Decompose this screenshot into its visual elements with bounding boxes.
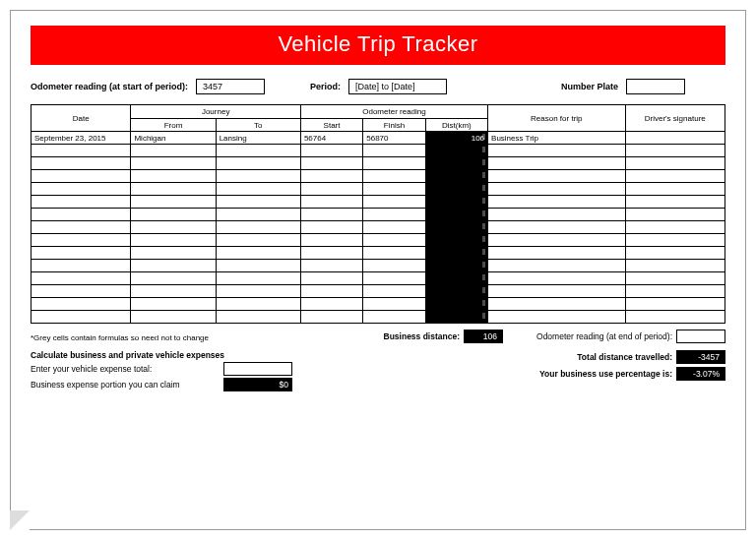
to-cell[interactable] (216, 145, 300, 157)
start-cell[interactable] (300, 260, 362, 272)
finish-cell[interactable] (363, 145, 425, 157)
to-cell[interactable] (216, 311, 300, 324)
signature-cell[interactable] (625, 311, 724, 324)
signature-cell[interactable] (625, 157, 724, 170)
to-cell[interactable] (216, 247, 300, 260)
from-cell[interactable] (131, 311, 216, 324)
from-cell[interactable] (131, 247, 216, 260)
date-cell[interactable] (32, 145, 131, 157)
signature-cell[interactable] (625, 285, 724, 298)
date-cell[interactable] (32, 157, 131, 170)
start-cell[interactable] (300, 183, 362, 196)
finish-cell[interactable]: 56870 (363, 132, 425, 145)
dist-cell[interactable] (425, 234, 487, 247)
start-cell[interactable] (300, 311, 362, 324)
to-cell[interactable] (216, 209, 300, 221)
reason-cell[interactable] (488, 196, 625, 209)
to-cell[interactable] (216, 234, 300, 247)
date-cell[interactable] (32, 298, 131, 311)
reason-cell[interactable] (488, 247, 625, 260)
reason-cell[interactable] (488, 145, 625, 157)
signature-cell[interactable] (625, 209, 724, 221)
signature-cell[interactable] (625, 272, 724, 285)
start-cell[interactable] (300, 285, 362, 298)
reason-cell[interactable] (488, 234, 625, 247)
from-cell[interactable] (131, 234, 216, 247)
finish-cell[interactable] (363, 272, 425, 285)
to-cell[interactable] (216, 196, 300, 209)
from-cell[interactable] (131, 157, 216, 170)
start-cell[interactable] (300, 247, 362, 260)
reason-cell[interactable] (488, 170, 625, 183)
reason-cell[interactable] (488, 260, 625, 272)
reason-cell[interactable]: Business Trip (488, 132, 625, 145)
to-cell[interactable] (216, 183, 300, 196)
reason-cell[interactable] (488, 157, 625, 170)
start-cell[interactable]: 56764 (300, 132, 362, 145)
reason-cell[interactable] (488, 298, 625, 311)
signature-cell[interactable] (625, 170, 724, 183)
dist-cell[interactable] (425, 247, 487, 260)
dist-cell[interactable] (425, 145, 487, 157)
signature-cell[interactable] (625, 145, 724, 157)
start-cell[interactable] (300, 196, 362, 209)
signature-cell[interactable] (625, 183, 724, 196)
to-cell[interactable] (216, 272, 300, 285)
finish-cell[interactable] (363, 234, 425, 247)
start-cell[interactable] (300, 221, 362, 234)
finish-cell[interactable] (363, 247, 425, 260)
date-cell[interactable] (32, 170, 131, 183)
date-cell[interactable] (32, 234, 131, 247)
reason-cell[interactable] (488, 272, 625, 285)
start-cell[interactable] (300, 298, 362, 311)
dist-cell[interactable] (425, 298, 487, 311)
dist-cell[interactable] (425, 311, 487, 324)
to-cell[interactable] (216, 221, 300, 234)
signature-cell[interactable] (625, 234, 724, 247)
period-value[interactable]: [Date] to [Date] (348, 79, 447, 94)
to-cell[interactable] (216, 260, 300, 272)
from-cell[interactable] (131, 145, 216, 157)
finish-cell[interactable] (363, 285, 425, 298)
signature-cell[interactable] (625, 221, 724, 234)
dist-cell[interactable] (425, 196, 487, 209)
finish-cell[interactable] (363, 209, 425, 221)
expense-total-input[interactable] (223, 362, 292, 376)
dist-cell[interactable] (425, 272, 487, 285)
dist-cell[interactable] (425, 285, 487, 298)
dist-cell[interactable] (425, 170, 487, 183)
start-cell[interactable] (300, 209, 362, 221)
finish-cell[interactable] (363, 170, 425, 183)
start-cell[interactable] (300, 234, 362, 247)
to-cell[interactable] (216, 157, 300, 170)
date-cell[interactable]: September 23, 2015 (32, 132, 131, 145)
date-cell[interactable] (32, 183, 131, 196)
to-cell[interactable] (216, 285, 300, 298)
from-cell[interactable] (131, 285, 216, 298)
start-cell[interactable] (300, 145, 362, 157)
dist-cell[interactable] (425, 209, 487, 221)
to-cell[interactable] (216, 170, 300, 183)
to-cell[interactable]: Lansing (216, 132, 300, 145)
signature-cell[interactable] (625, 196, 724, 209)
finish-cell[interactable] (363, 260, 425, 272)
from-cell[interactable] (131, 260, 216, 272)
dist-cell[interactable] (425, 183, 487, 196)
date-cell[interactable] (32, 311, 131, 324)
start-cell[interactable] (300, 170, 362, 183)
dist-cell[interactable]: 106 (425, 132, 487, 145)
number-plate-value[interactable] (626, 79, 685, 94)
date-cell[interactable] (32, 260, 131, 272)
date-cell[interactable] (32, 196, 131, 209)
from-cell[interactable] (131, 298, 216, 311)
dist-cell[interactable] (425, 260, 487, 272)
from-cell[interactable] (131, 170, 216, 183)
reason-cell[interactable] (488, 183, 625, 196)
start-cell[interactable] (300, 272, 362, 285)
signature-cell[interactable] (625, 132, 724, 145)
signature-cell[interactable] (625, 298, 724, 311)
from-cell[interactable] (131, 183, 216, 196)
reason-cell[interactable] (488, 209, 625, 221)
signature-cell[interactable] (625, 247, 724, 260)
odometer-start-value[interactable]: 3457 (196, 79, 265, 94)
